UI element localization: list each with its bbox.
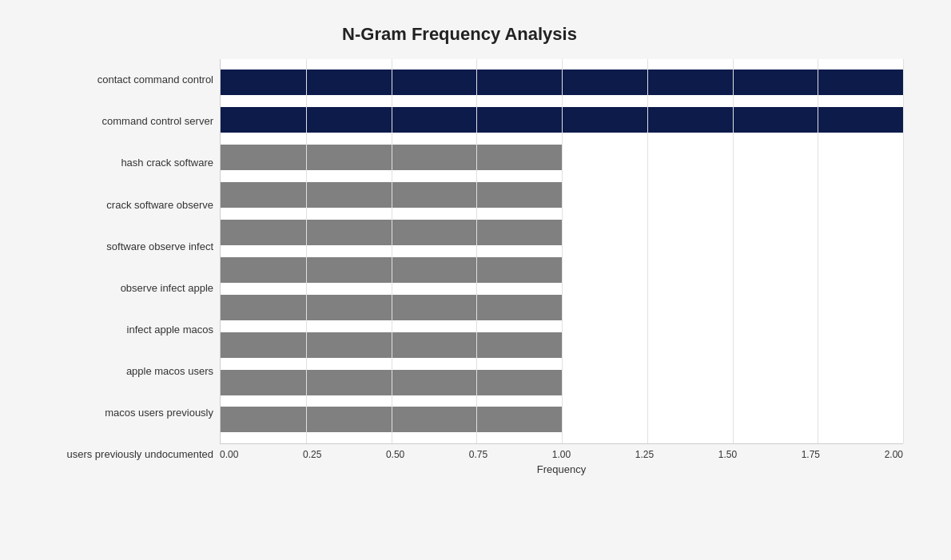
x-axis-tick: 1.75 — [802, 449, 820, 460]
x-axis-tick: 0.25 — [303, 449, 321, 460]
grid-and-bars — [220, 59, 903, 444]
x-axis-tick: 0.75 — [469, 449, 487, 460]
grid-line — [306, 59, 307, 443]
x-axis-labels: 0.000.250.500.751.001.251.501.752.00 — [220, 444, 903, 460]
x-axis-tick: 0.50 — [386, 449, 404, 460]
y-axis-labels: contact command controlcommand control s… — [16, 59, 220, 475]
grid-line — [562, 59, 563, 443]
grid-line — [733, 59, 734, 443]
y-axis-label: macos users previously — [16, 392, 213, 434]
grid-line — [392, 59, 392, 443]
x-axis-tick: 2.00 — [885, 449, 903, 460]
grid-line — [818, 59, 818, 443]
grid-line — [476, 59, 477, 443]
x-axis-tick: 1.50 — [718, 449, 737, 460]
y-axis-label: infect apple macos — [16, 309, 213, 351]
y-axis-label: crack software observe — [16, 184, 213, 225]
y-axis-label: contact command control — [16, 59, 213, 101]
x-axis-tick: 1.25 — [635, 449, 654, 460]
chart-container: N-Gram Frequency Analysis contact comman… — [0, 0, 951, 560]
chart-title: N-Gram Frequency Analysis — [16, 16, 903, 45]
y-axis-label: users previously undocumented — [16, 434, 213, 475]
x-axis-tick: 1.00 — [552, 449, 571, 460]
y-axis-label: apple macos users — [16, 351, 213, 392]
x-axis-tick: 0.00 — [220, 449, 238, 460]
chart-area: contact command controlcommand control s… — [16, 59, 903, 475]
grid-line — [647, 59, 648, 443]
y-axis-label: hash crack software — [16, 142, 213, 184]
y-axis-label: software observe infect — [16, 225, 213, 267]
x-axis-title: Frequency — [220, 463, 903, 475]
grid-line — [903, 59, 904, 443]
y-axis-label: observe infect apple — [16, 267, 213, 308]
y-axis-label: command control server — [16, 101, 213, 142]
plot-area: 0.000.250.500.751.001.251.501.752.00 Fre… — [220, 59, 903, 475]
